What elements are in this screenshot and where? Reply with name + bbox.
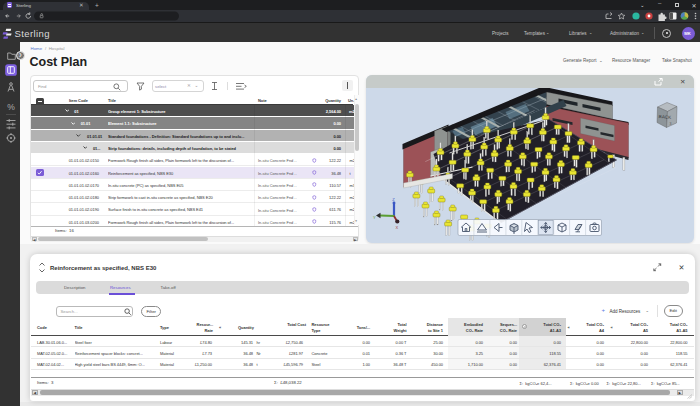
svg-text:BACK: BACK [658,114,672,120]
svg-text:X: X [395,225,398,230]
svg-text:3: 3 [669,122,671,126]
svg-text:Z: Z [392,197,395,202]
svg-text:%: % [7,102,15,112]
svg-text:Y: Y [373,215,376,220]
